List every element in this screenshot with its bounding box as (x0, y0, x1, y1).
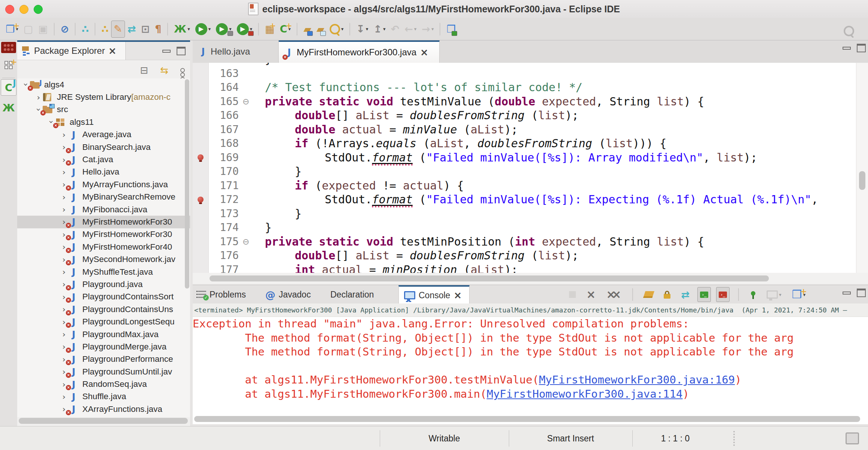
toggle-breadcrumb-button[interactable]: ∴ (79, 21, 91, 38)
pin-console-button[interactable] (748, 287, 759, 302)
tree-item-playgroundcontainsuns[interactable]: ›J×PlaygroundContainsUns (17, 303, 190, 315)
open-perspective-button[interactable]: + (1, 57, 16, 73)
debug-button[interactable]: Ж▾ (171, 21, 193, 38)
scrollbar-thumb[interactable] (210, 275, 769, 281)
minimize-editor-button[interactable] (840, 43, 851, 52)
pin-editor-button[interactable]: ❒ (444, 21, 458, 38)
chevron-right-icon[interactable]: › (60, 392, 68, 401)
run-button[interactable]: ▶▾ (193, 21, 214, 38)
collapse-all-button[interactable]: ⊟ (138, 64, 150, 76)
clear-console-button[interactable] (642, 287, 656, 302)
tree-item-playgroundsumuntil-jav[interactable]: ›J×PlaygroundSumUntil.jav (17, 366, 190, 378)
maximize-editor-button[interactable] (855, 43, 865, 52)
toggle-mark-occurrences-button[interactable]: ∴ (99, 21, 111, 38)
perspective-bar-handle[interactable] (1, 42, 16, 53)
block-selection-mode-button[interactable]: ⊡ (138, 21, 152, 38)
code-editor[interactable]: 162}163164/* Test functions --- lot's of… (193, 63, 856, 273)
statusbar-drag-handle[interactable] (733, 431, 735, 446)
open-console-button[interactable]: ❒+▾ (789, 287, 808, 302)
open-task-button[interactable]: ▰ (314, 21, 327, 38)
link-with-editor-button[interactable]: ⇆ (158, 64, 171, 76)
macos-close-button[interactable] (5, 5, 14, 14)
chevron-right-icon[interactable]: › (60, 192, 68, 202)
coverage-button[interactable]: ▶▾ (213, 21, 234, 38)
open-type-button[interactable]: ▰ (301, 21, 314, 38)
tree-item-playgroundperformance[interactable]: ›J×PlaygroundPerformance (17, 353, 190, 366)
tree-item-playgroundmax-java[interactable]: ›JPlaygroundMax.java (17, 328, 190, 340)
fold-collapse-icon[interactable]: ⊖ (242, 237, 257, 246)
stacktrace-link[interactable]: MyFirstHomeworkFor300.java:114 (487, 388, 683, 400)
tree-item-playground-java[interactable]: ›J×Playground.java (17, 278, 190, 290)
new-java-project-button[interactable]: ▦+ (262, 21, 277, 38)
tree-item-hello-java[interactable]: ›JHello.java (17, 166, 190, 178)
tree-item-playgroundcontainssort[interactable]: ›J×PlaygroundContainsSort (17, 291, 190, 303)
chevron-right-icon[interactable]: › (34, 93, 43, 102)
maximize-view-button[interactable] (174, 46, 185, 55)
tree-vertical-scrollbar[interactable] (185, 79, 189, 289)
tree-item-myfirsthomeworkfor30[interactable]: ›J×MyFirstHomeworkFor30 (17, 228, 190, 241)
tree-item-mybinarysearchremove[interactable]: ›JMyBinarySearchRemove (17, 191, 190, 203)
fold-collapse-icon[interactable]: ⊖ (242, 97, 257, 106)
word-wrap-console-button[interactable]: ⇄ (678, 287, 692, 302)
console-tab-declaration[interactable]: Declaration (322, 285, 398, 304)
search-button[interactable]: ▾ (327, 21, 346, 38)
editor-tab-hello-java[interactable]: JHello.java (193, 40, 279, 63)
tree-item-jre-system-library[interactable]: ›JRE System Library [amazon-c (17, 91, 190, 103)
remove-launch-button[interactable]: × (584, 287, 598, 302)
editor-tab-myfirsthomeworkfor300-java[interactable]: J×MyFirstHomeworkFor300.java× (279, 40, 440, 63)
quick-access-search-button[interactable] (841, 22, 857, 40)
tree-item-myfirsthomeworkfor30[interactable]: ›J×MyFirstHomeworkFor30 (17, 216, 190, 228)
tree-item-average-java[interactable]: ›JAverage.java (17, 129, 190, 141)
debug-perspective-button[interactable]: Ж (1, 99, 16, 116)
close-icon[interactable]: × (108, 46, 116, 56)
tree-item-playgroundmerge-java[interactable]: ›J×PlaygroundMerge.java (17, 340, 190, 353)
stacktrace-link[interactable]: MyFirstHomeworkFor300.java:169 (539, 373, 735, 386)
console-tab-javadoc[interactable]: @Javadoc (260, 285, 322, 304)
run-external-tools-button[interactable]: ▶▾ (234, 21, 255, 38)
new-java-class-button[interactable]: C+▾ (277, 21, 293, 38)
tree-item-playgroundlongestsequ[interactable]: ›J×PlaygroundLongestSequ (17, 315, 190, 328)
chevron-right-icon[interactable]: › (60, 167, 68, 177)
scroll-lock-button[interactable] (661, 287, 673, 302)
tree-item-myshuffletest-java[interactable]: ›JMyShuffleTest.java (17, 266, 190, 278)
close-icon[interactable]: × (453, 290, 462, 300)
show-stdout-button[interactable]: ›_ (697, 287, 711, 302)
tree-item-mysecondhomework-jav[interactable]: ›J×MySecondHomework.jav (17, 253, 190, 265)
mark-occurrences-button[interactable]: ✎ (111, 21, 125, 38)
show-whitespace-button[interactable]: ¶ (152, 21, 164, 38)
skip-all-breakpoints-button[interactable]: ⊘ (58, 21, 72, 38)
console-tab-console[interactable]: Console× (398, 285, 470, 304)
tree-item-xarrayfunctions-java[interactable]: ›J×XArrayFunctions.java (17, 403, 190, 415)
console-output[interactable]: Exception in thread "main" java.lang.Err… (193, 317, 868, 414)
close-icon[interactable]: × (420, 47, 428, 57)
macos-minimize-button[interactable] (19, 5, 28, 14)
tree-item-myfibonacci-java[interactable]: ›JMyFibonacci.java (17, 203, 190, 216)
package-explorer-tab[interactable]: Package Explorer × (17, 42, 126, 60)
previous-annotation-button[interactable]: ↥▾ (371, 21, 388, 38)
status-tray-icon[interactable] (846, 432, 859, 444)
tree-item-shuffle-java[interactable]: ›JShuffle.java (17, 391, 190, 403)
new-wizard-button[interactable]: ❒+▾ (3, 21, 21, 38)
java-perspective-button[interactable]: CJ (1, 79, 16, 96)
show-stderr-button[interactable]: ›_ (716, 287, 730, 302)
tree-item-binarysearch-java[interactable]: ›J×BinarySearch.java (17, 141, 190, 153)
macos-zoom-button[interactable] (34, 5, 43, 14)
minimize-console-button[interactable] (840, 288, 851, 297)
next-annotation-button[interactable]: ↧▾ (354, 21, 371, 38)
chevron-right-icon[interactable]: › (60, 330, 68, 339)
tree-item-randomseq-java[interactable]: ›J×RandomSeq.java (17, 378, 190, 390)
tree-item-src[interactable]: ›×src (17, 104, 190, 116)
chevron-right-icon[interactable]: › (60, 205, 68, 214)
tree-horizontal-scrollbar[interactable] (19, 418, 188, 424)
tree-item-cat-java[interactable]: ›J×Cat.java (17, 153, 190, 166)
console-tab-problems[interactable]: Problems (193, 285, 260, 304)
tree-item-myfirsthomeworkfor40[interactable]: ›J×MyFirstHomeworkFor40 (17, 241, 190, 253)
view-menu-button[interactable] (178, 68, 187, 73)
scrollbar-thumb[interactable] (859, 171, 865, 190)
tree-item-myarrayfunctions-java[interactable]: ›J×MyArrayFunctions.java (17, 178, 190, 191)
chevron-right-icon[interactable]: › (60, 267, 68, 277)
minimize-view-button[interactable] (160, 46, 171, 55)
chevron-right-icon[interactable]: › (60, 130, 68, 139)
remove-all-terminated-button[interactable]: ×× (603, 287, 624, 302)
maximize-console-button[interactable] (855, 288, 865, 297)
